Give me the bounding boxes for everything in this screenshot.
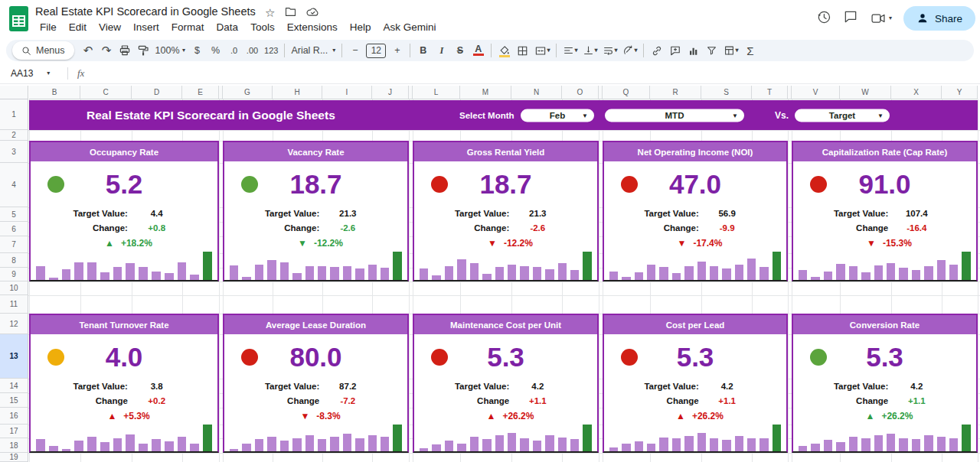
- row-header-2[interactable]: 2: [0, 130, 28, 141]
- version-history-icon[interactable]: [816, 9, 831, 28]
- menu-insert[interactable]: Insert: [127, 20, 165, 34]
- column-header-Q[interactable]: Q: [603, 86, 650, 99]
- column-header-N[interactable]: N: [511, 86, 562, 99]
- row-header-14[interactable]: 14: [0, 379, 28, 393]
- month-dropdown[interactable]: Feb ▼: [521, 109, 594, 122]
- menu-help[interactable]: Help: [344, 20, 377, 34]
- column-header-L[interactable]: L: [413, 86, 460, 99]
- column-header-G[interactable]: G: [223, 86, 273, 99]
- column-header-B[interactable]: B: [29, 86, 80, 99]
- select-all-corner[interactable]: [0, 86, 28, 99]
- more-formats-button[interactable]: 123: [262, 41, 280, 60]
- create-filter-button[interactable]: [703, 41, 720, 60]
- column-header-Y[interactable]: Y: [942, 86, 978, 99]
- italic-button[interactable]: I: [433, 41, 450, 60]
- document-title[interactable]: Real Estate KPI Scorecard in Google Shee…: [35, 5, 256, 18]
- fill-color-button[interactable]: [495, 41, 513, 60]
- column-header-R[interactable]: R: [650, 86, 701, 99]
- functions-button[interactable]: Σ: [741, 41, 759, 60]
- column-header-W[interactable]: W: [840, 86, 891, 99]
- column-header-T[interactable]: T: [752, 86, 788, 99]
- move-folder-icon[interactable]: [285, 6, 296, 20]
- row-header-11[interactable]: 11: [0, 295, 28, 314]
- row-header-5[interactable]: 5: [0, 207, 28, 222]
- column-header-I[interactable]: I: [322, 86, 372, 99]
- decrease-decimals-button[interactable]: .0: [225, 41, 243, 60]
- row-header-17[interactable]: 17: [0, 425, 28, 438]
- row-header-3[interactable]: 3: [0, 141, 28, 163]
- redo-button[interactable]: ↷: [98, 41, 116, 60]
- paint-format-button[interactable]: [135, 41, 152, 60]
- spreadsheet-grid[interactable]: Real Estate KPI Scorecard in Google Shee…: [0, 86, 980, 462]
- borders-button[interactable]: [514, 41, 531, 60]
- text-rotation-button[interactable]: ▾: [620, 41, 639, 60]
- column-header-M[interactable]: M: [460, 86, 511, 99]
- font-select[interactable]: Arial R...▾: [289, 41, 338, 60]
- merge-cells-button[interactable]: ▾: [532, 41, 552, 60]
- name-box-caret-icon[interactable]: ▾: [47, 70, 50, 76]
- row-header-1[interactable]: 1: [0, 99, 28, 130]
- meet-caret-icon[interactable]: ▾: [889, 15, 892, 21]
- menu-ask-gemini[interactable]: Ask Gemini: [377, 20, 442, 34]
- menu-data[interactable]: Data: [211, 20, 245, 34]
- cell-name-box[interactable]: AA13 ▾: [0, 68, 67, 79]
- column-header-J[interactable]: J: [372, 86, 409, 99]
- column-header-V[interactable]: V: [792, 86, 840, 99]
- menu-extensions[interactable]: Extensions: [281, 20, 344, 34]
- strikethrough-button[interactable]: S: [451, 41, 469, 60]
- zoom-select[interactable]: 100% ▾: [153, 41, 188, 60]
- column-header-X[interactable]: X: [891, 86, 942, 99]
- increase-font-size-button[interactable]: +: [388, 41, 406, 60]
- vertical-align-button[interactable]: ▾: [580, 41, 599, 60]
- undo-button[interactable]: ↶: [80, 41, 97, 60]
- period-dropdown[interactable]: MTD ▼: [605, 109, 744, 122]
- menu-file[interactable]: File: [34, 20, 63, 34]
- row-header-16[interactable]: 16: [0, 408, 28, 425]
- column-header-D[interactable]: D: [132, 86, 182, 99]
- row-header-13[interactable]: 13: [0, 334, 28, 379]
- row-header-7[interactable]: 7: [0, 236, 28, 253]
- table-views-button[interactable]: ▾: [721, 41, 740, 60]
- menu-view[interactable]: View: [93, 20, 127, 34]
- formula-input[interactable]: [84, 63, 980, 83]
- column-header-C[interactable]: C: [80, 86, 132, 99]
- comments-icon[interactable]: [843, 9, 858, 28]
- decrease-font-size-button[interactable]: −: [346, 41, 364, 60]
- text-wrap-button[interactable]: ▾: [600, 41, 619, 60]
- trend-arrow-icon: ▲: [107, 412, 116, 421]
- menu-tools[interactable]: Tools: [244, 20, 281, 34]
- star-icon[interactable]: ☆: [265, 8, 275, 18]
- cloud-status-icon[interactable]: [306, 6, 319, 20]
- row-header-10[interactable]: 10: [0, 281, 28, 295]
- menu-format[interactable]: Format: [165, 20, 211, 34]
- sheets-logo-icon[interactable]: [9, 6, 28, 34]
- print-button[interactable]: [116, 41, 134, 60]
- meet-call-button[interactable]: ▾: [870, 11, 892, 26]
- text-color-button[interactable]: A: [469, 41, 487, 60]
- column-header-H[interactable]: H: [273, 86, 322, 99]
- column-header-S[interactable]: S: [701, 86, 752, 99]
- insert-chart-button[interactable]: [684, 41, 702, 60]
- column-header-E[interactable]: E: [182, 86, 219, 99]
- row-header-12[interactable]: 12: [0, 314, 28, 334]
- menus-button[interactable]: Menus: [12, 41, 74, 60]
- row-header-15[interactable]: 15: [0, 393, 28, 408]
- format-percent-button[interactable]: %: [207, 41, 224, 60]
- bold-button[interactable]: B: [414, 41, 432, 60]
- row-header-6[interactable]: 6: [0, 222, 28, 236]
- row-header-19[interactable]: 19: [0, 453, 28, 462]
- insert-comment-button[interactable]: [666, 41, 684, 60]
- column-header-O[interactable]: O: [562, 86, 599, 99]
- row-header-4[interactable]: 4: [0, 163, 28, 207]
- insert-link-button[interactable]: [648, 41, 665, 60]
- compare-dropdown[interactable]: Target ▼: [795, 109, 890, 122]
- font-size-input[interactable]: 12: [366, 44, 386, 58]
- row-header-18[interactable]: 18: [0, 438, 28, 453]
- row-header-8[interactable]: 8: [0, 253, 28, 268]
- row-header-9[interactable]: 9: [0, 268, 28, 281]
- menu-edit[interactable]: Edit: [63, 20, 93, 34]
- share-button[interactable]: Share: [903, 6, 975, 31]
- format-currency-button[interactable]: $: [188, 41, 206, 60]
- increase-decimals-button[interactable]: .00: [243, 41, 261, 60]
- horizontal-align-button[interactable]: ▾: [560, 41, 580, 60]
